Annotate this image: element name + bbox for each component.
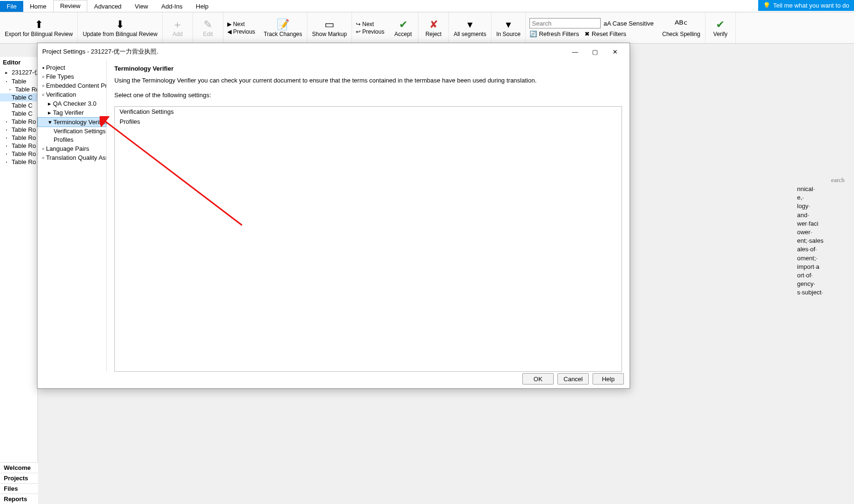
- next-change[interactable]: ↪ Next: [356, 21, 384, 27]
- tree-embedded[interactable]: ▫ Embedded Content Pro: [37, 81, 106, 90]
- option-verification-settings[interactable]: Verification Settings: [115, 107, 622, 117]
- tab-help[interactable]: Help: [189, 1, 215, 12]
- tree-verification-settings[interactable]: Verification Settings: [37, 127, 106, 136]
- refresh-filters-button[interactable]: 🔄 Refresh Filters: [529, 30, 579, 37]
- show-markup-button[interactable]: ▭ Show Markup: [307, 12, 352, 43]
- show-label: Show Markup: [312, 31, 347, 37]
- document-text-peek: nnical·e,·logy· and·wer·faciower· ent;·s…: [797, 185, 854, 297]
- verify-icon: ✔: [716, 18, 724, 31]
- ok-button[interactable]: OK: [522, 373, 554, 385]
- verify-button[interactable]: ✔ Verify: [705, 12, 736, 43]
- ribbon-body: ⬆ Export for Bilingual Review ⬇ Update f…: [0, 12, 854, 44]
- tree-node[interactable]: · Table Ro: [0, 134, 37, 142]
- tree-node[interactable]: Table C: [0, 110, 37, 118]
- reject-icon: ✘: [429, 18, 438, 31]
- nav-files[interactable]: Files: [0, 483, 38, 494]
- comment-nav: ▶ Next ◀ Previous: [223, 12, 259, 43]
- verify-label: Verify: [713, 31, 727, 37]
- option-profiles[interactable]: Profiles: [115, 117, 622, 127]
- download-icon: ⬇: [116, 18, 124, 31]
- tree-node[interactable]: · Table Ro: [0, 158, 37, 166]
- help-button[interactable]: Help: [593, 373, 624, 385]
- minimize-button[interactable]: —: [565, 46, 585, 57]
- tree-filetypes[interactable]: ▫ File Types: [37, 72, 106, 81]
- all-segments-button[interactable]: ▾ All segments: [449, 12, 492, 43]
- tab-file[interactable]: File: [0, 1, 23, 12]
- plus-icon: ＋: [172, 18, 183, 31]
- accept-button[interactable]: ✔ Accept: [388, 12, 418, 43]
- nav-reports[interactable]: Reports: [0, 494, 38, 504]
- check-spelling-button[interactable]: ᴬᴮᶜ Check Spelling: [658, 12, 705, 43]
- in-label: In Source: [496, 31, 520, 37]
- maximize-button[interactable]: ▢: [585, 46, 605, 57]
- settings-options-list[interactable]: Verification Settings Profiles: [114, 106, 622, 372]
- export-label: Export for Bilingual Review: [5, 31, 73, 37]
- abc-icon: ᴬᴮᶜ: [675, 18, 687, 31]
- tree-project[interactable]: ▪ Project: [37, 63, 106, 72]
- editor-tree[interactable]: ▸ 231227-优 · Table · Table Ro Table C Ta…: [0, 68, 37, 166]
- project-settings-dialog: Project Settings - 231227-优一力营业执照. — ▢ ✕…: [37, 43, 630, 389]
- case-sensitive-toggle[interactable]: aA Case Sensitive: [603, 20, 654, 27]
- tab-home[interactable]: Home: [23, 1, 53, 12]
- settings-tree[interactable]: ▪ Project ▫ File Types ▫ Embedded Conten…: [37, 60, 107, 371]
- editor-heading: Editor: [0, 57, 37, 68]
- tree-qa-checker[interactable]: ▸ QA Checker 3.0: [37, 99, 106, 108]
- dialog-title: Project Settings - 231227-优一力营业执照.: [42, 47, 158, 56]
- check-label: Check Spelling: [662, 31, 700, 37]
- tree-tqa[interactable]: ▫ Translation Quality Asse: [37, 153, 106, 162]
- search-peek: earch: [831, 176, 845, 184]
- upload-icon: ⬆: [35, 18, 43, 31]
- tab-addins[interactable]: Add-Ins: [155, 1, 189, 12]
- tree-node[interactable]: · Table Ro: [0, 126, 37, 134]
- close-button[interactable]: ✕: [605, 46, 625, 57]
- add-label: Add: [173, 31, 183, 37]
- tree-node[interactable]: · Table: [0, 77, 37, 85]
- track-changes-button[interactable]: 📝 Track Changes: [259, 12, 307, 43]
- tree-tag-verifier[interactable]: ▸ Tag Verifier: [37, 108, 106, 117]
- cancel-button[interactable]: Cancel: [557, 373, 589, 385]
- update-button[interactable]: ⬇ Update from Bilingual Review: [78, 12, 162, 43]
- funnel2-icon: ▾: [506, 18, 511, 31]
- tab-advanced[interactable]: Advanced: [87, 1, 128, 12]
- tree-profiles[interactable]: Profiles: [37, 136, 106, 144]
- bulb-icon: 💡: [763, 2, 770, 9]
- prev-comment: ◀ Previous: [227, 28, 255, 35]
- tab-review[interactable]: Review: [53, 0, 88, 12]
- dialog-titlebar: Project Settings - 231227-优一力营业执照. — ▢ ✕: [37, 43, 630, 60]
- prev-change[interactable]: ↩ Previous: [356, 28, 384, 35]
- tree-node-selected[interactable]: Table C: [0, 93, 37, 101]
- tree-terminology-verifier[interactable]: ▾ Terminology Verifier: [37, 117, 106, 127]
- tell-me-box[interactable]: 💡 Tell me what you want to do: [758, 0, 854, 11]
- tree-node[interactable]: · Table Ro: [0, 150, 37, 158]
- reject-button[interactable]: ✘ Reject: [418, 12, 449, 43]
- reject-label: Reject: [426, 31, 442, 37]
- edit-label: Edit: [203, 31, 213, 37]
- export-button[interactable]: ⬆ Export for Bilingual Review: [0, 12, 78, 43]
- tree-node[interactable]: · Table Ro: [0, 142, 37, 150]
- tell-me-label: Tell me what you want to do: [773, 2, 849, 9]
- tree-node[interactable]: · Table Ro: [0, 85, 37, 93]
- all-label: All segments: [454, 31, 486, 37]
- dialog-footer: OK Cancel Help: [522, 373, 624, 385]
- panel-heading: Terminology Verifier: [114, 65, 622, 72]
- markup-icon: ▭: [325, 18, 334, 31]
- next-comment: ▶ Next: [227, 21, 255, 27]
- in-source-button[interactable]: ▾ In Source: [492, 12, 526, 43]
- reset-filters-button[interactable]: ✖ Reset Filters: [585, 30, 626, 37]
- tree-file-node[interactable]: ▸ 231227-优: [0, 68, 37, 77]
- tree-verification[interactable]: ▫ Verification: [37, 90, 106, 99]
- track-label: Track Changes: [264, 31, 302, 37]
- pencil-icon: ✎: [204, 18, 212, 31]
- tree-language-pairs[interactable]: ▫ Language Pairs: [37, 144, 106, 153]
- nav-projects[interactable]: Projects: [0, 473, 38, 483]
- nav-welcome[interactable]: Welcome: [0, 462, 38, 473]
- accept-label: Accept: [394, 31, 412, 37]
- tree-node[interactable]: · Table Ro: [0, 118, 37, 126]
- tab-view[interactable]: View: [128, 1, 155, 12]
- panel-select-label: Select one of the following settings:: [114, 92, 622, 99]
- editor-navigation-panel: Editor ▸ 231227-优 · Table · Table Ro Tab…: [0, 57, 38, 504]
- ribbon-tabs: File Home Review Advanced View Add-Ins H…: [0, 0, 854, 12]
- filter-search-input[interactable]: [529, 18, 601, 28]
- funnel-icon: ▾: [467, 18, 473, 31]
- tree-node[interactable]: Table C: [0, 101, 37, 110]
